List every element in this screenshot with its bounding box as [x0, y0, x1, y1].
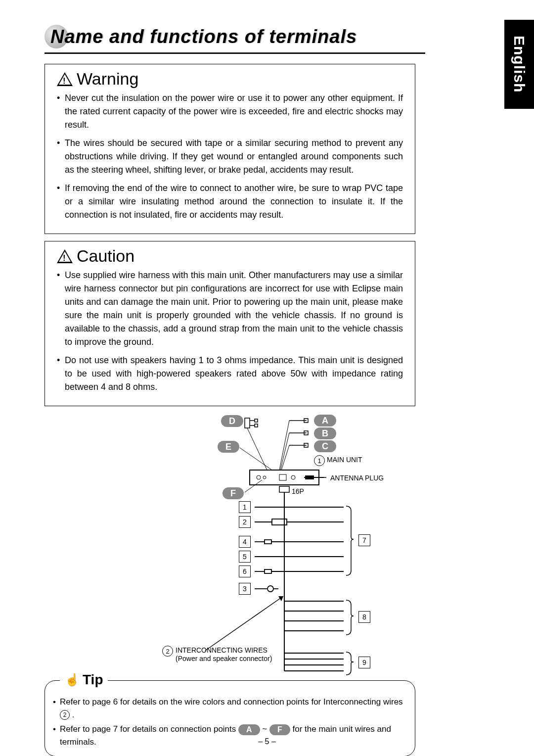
diagram-16p-label: 16P [292, 487, 304, 495]
page-number: – 5 – [0, 737, 534, 746]
tip-title: Tip [83, 672, 103, 688]
warning-box: ! Warning Never cut the insulation on th… [44, 64, 415, 234]
svg-point-1 [257, 475, 261, 479]
diagram-label-a: A [314, 415, 336, 426]
tip2-pill-a: A [238, 724, 260, 735]
diagram-callout-2: 2 [162, 646, 173, 657]
terminal-diagram: A B C D E F 1 MAIN UNIT ANTENNA PLUG 16P… [77, 413, 447, 675]
diagram-interconnecting-sub: (Power and speaker connector) [176, 655, 272, 662]
diagram-numbox-6: 6 [239, 566, 251, 577]
svg-line-21 [279, 421, 289, 470]
tip2-mid: ~ [262, 724, 269, 734]
diagram-interconnecting-label: INTERCONNECTING WIRES [176, 646, 267, 654]
warning-item: If removing the end of the wire to conne… [57, 182, 403, 222]
warning-icon: ! [57, 72, 73, 86]
diagram-antenna-label: ANTENNA PLUG [330, 474, 384, 482]
svg-rect-11 [255, 419, 258, 422]
caution-heading: ! Caution [57, 246, 405, 266]
svg-rect-31 [265, 540, 271, 544]
diagram-numbox-8: 8 [358, 611, 370, 623]
diagram-label-c: C [314, 440, 336, 452]
diagram-label-b: B [314, 427, 336, 439]
tip-label: ☝ Tip [60, 672, 108, 688]
diagram-numbox-1: 1 [239, 501, 251, 513]
svg-marker-51 [278, 596, 283, 601]
section-title-wrap: Name and functions of terminals [44, 25, 415, 48]
caution-box: ! Caution Use supplied wire harness with… [44, 241, 415, 406]
tip1-pre: Refer to page 6 for details on the wire … [60, 697, 403, 707]
tip1-post: . [72, 710, 75, 719]
diagram-numbox-2: 2 [239, 516, 251, 528]
title-rule [44, 52, 425, 54]
svg-line-25 [245, 480, 262, 492]
warning-heading: ! Warning [57, 69, 405, 89]
tip1-circle: 2 [60, 710, 70, 720]
tip2-pill-f: F [269, 724, 290, 735]
svg-point-38 [267, 586, 273, 592]
svg-rect-35 [265, 569, 271, 573]
caution-item: Use supplied wire harness with this main… [57, 269, 403, 349]
svg-rect-3 [279, 474, 286, 480]
diagram-label-d: D [221, 415, 243, 427]
diagram-numbox-9: 9 [358, 657, 370, 668]
svg-rect-9 [245, 418, 250, 428]
svg-point-2 [263, 476, 266, 479]
hand-pointer-icon: ☝ [65, 673, 80, 687]
svg-line-50 [205, 596, 283, 651]
svg-rect-7 [279, 486, 289, 492]
page-content: Name and functions of terminals ! Warnin… [44, 25, 480, 756]
caution-list: Use supplied wire harness with this main… [55, 269, 405, 394]
diagram-numbox-3: 3 [239, 583, 251, 595]
warning-title: Warning [77, 69, 138, 89]
caution-item: Do not use with speakers having 1 to 3 o… [57, 354, 403, 394]
diagram-callout-1: 1 [314, 455, 325, 466]
svg-rect-13 [255, 424, 258, 427]
svg-point-4 [291, 475, 295, 479]
diagram-label-e: E [218, 441, 239, 453]
diagram-numbox-4: 4 [239, 536, 251, 548]
caution-icon: ! [57, 249, 73, 263]
warning-item: The wires should be secured with tape or… [57, 137, 403, 177]
svg-line-14 [247, 428, 267, 470]
svg-line-22 [280, 433, 289, 470]
diagram-numbox-7: 7 [358, 534, 370, 546]
diagram-svg [77, 413, 447, 675]
diagram-numbox-5: 5 [239, 551, 251, 563]
tip-line-1: Refer to page 6 for details on the wire … [53, 696, 407, 721]
language-tab: English [504, 20, 534, 109]
caution-title: Caution [77, 246, 134, 266]
section-title: Name and functions of terminals [50, 26, 357, 47]
diagram-label-f: F [222, 487, 244, 499]
diagram-main-unit-label: MAIN UNIT [327, 456, 362, 464]
svg-line-24 [240, 448, 272, 470]
warning-item: Never cut the insulation on the power wi… [57, 92, 403, 132]
warning-list: Never cut the insulation on the power wi… [55, 92, 405, 222]
tip2-pre: Refer to page 7 for details on connectio… [60, 724, 238, 734]
